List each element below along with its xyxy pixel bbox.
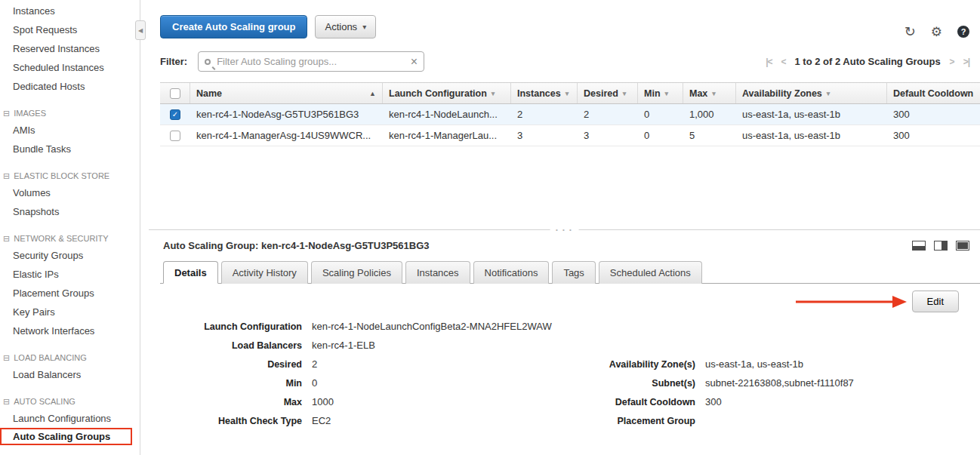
column-header-launch-configuration[interactable]: Launch Configuration ▾ [383,83,511,103]
first-page-icon[interactable]: |< [766,57,772,67]
column-label: Max [689,88,707,99]
sidebar-section-network-security[interactable]: ⊟ NETWORK & SECURITY [0,231,140,246]
table-row[interactable]: ken-rc4-1-ManagerAsg-14US9WWCR... ken-rc… [160,125,980,146]
column-label: Default Cooldown [893,88,973,99]
column-header-desired[interactable]: Desired ▾ [578,83,638,103]
column-header-instances[interactable]: Instances ▾ [511,83,578,103]
sidebar-item-network-interfaces[interactable]: Network Interfaces [0,321,140,340]
prev-page-icon[interactable]: < [781,57,786,67]
sidebar-item-reserved-instances[interactable]: Reserved Instances [0,39,140,58]
main-content: Create Auto Scaling group Actions ▾ ↻ ⚙ … [149,0,980,455]
sidebar-item-auto-scaling-groups[interactable]: Auto Scaling Groups [0,428,132,445]
sidebar-section-elastic-block-store[interactable]: ⊟ ELASTIC BLOCK STORE [0,168,140,183]
field-label: Max [160,397,302,407]
column-header-availability-zones[interactable]: Availability Zones ▾ [736,83,887,103]
sidebar-item-elastic-ips[interactable]: Elastic IPs [0,265,140,284]
row-checkbox[interactable] [170,131,180,141]
pane-resize-handle[interactable]: • • • [550,226,579,233]
sidebar-item-volumes[interactable]: Volumes [0,183,140,202]
actions-button-label: Actions [325,21,357,32]
field-row: Availability Zone(s) us-east-1a, us-east… [469,355,854,374]
sidebar-item-bundle-tasks[interactable]: Bundle Tasks [0,140,140,158]
tab-instances[interactable]: Instances [405,261,470,284]
sidebar-item-placement-groups[interactable]: Placement Groups [0,284,140,303]
row-select-cell [160,131,190,141]
column-header-default-cooldown[interactable]: Default Cooldown [887,83,980,103]
sidebar-item-spot-requests[interactable]: Spot Requests [0,20,140,39]
tab-scheduled-actions[interactable]: Scheduled Actions [599,261,702,284]
pagination: |< < 1 to 2 of 2 Auto Scaling Groups > >… [766,56,969,67]
sidebar-item-instances[interactable]: Instances [0,2,140,20]
sidebar-item-amis[interactable]: AMIs [0,121,140,140]
column-header-min[interactable]: Min ▾ [638,83,683,103]
sidebar-section-label: ELASTIC BLOCK STORE [14,168,109,183]
field-label: Min [160,378,302,389]
layout-full-pane-icon[interactable] [956,241,969,251]
sidebar-item-scheduled-instances[interactable]: Scheduled Instances [0,58,140,77]
sidebar-item-snapshots[interactable]: Snapshots [0,202,140,221]
sort-caret-icon: ▾ [492,90,495,97]
cell-availability-zones: us-east-1a, us-east-1b [736,130,887,141]
tab-scaling-policies[interactable]: Scaling Policies [311,261,402,284]
column-label: Name [196,88,222,99]
sidebar-item-key-pairs[interactable]: Key Pairs [0,303,140,321]
layout-right-pane-icon[interactable] [934,241,948,251]
table-row[interactable]: ✓ ken-rc4-1-NodeAsg-G5TU3P561BG3 ken-rc4… [160,104,980,125]
tab-details[interactable]: Details [163,261,218,284]
next-page-icon[interactable]: > [950,57,954,67]
column-header-name[interactable]: Name ▲ [190,83,383,103]
create-auto-scaling-group-button[interactable]: Create Auto Scaling group [160,15,307,38]
row-checkbox[interactable]: ✓ [170,109,180,120]
sidebar-item-launch-configurations[interactable]: Launch Configurations [0,409,140,428]
column-header-max[interactable]: Max ▾ [683,83,736,103]
sort-caret-icon: ▾ [665,90,669,97]
detail-fields: Launch Configuration ken-rc4-1-NodeLaunc… [160,314,980,430]
select-all-checkbox[interactable] [170,88,180,99]
sidebar-collapse-button[interactable]: ◀ [135,20,146,40]
field-value: ken-rc4-1-ELB [312,340,375,351]
sidebar-item-security-groups[interactable]: Security Groups [0,246,140,265]
filter-searchbox[interactable]: × [198,51,424,72]
layout-bottom-pane-icon[interactable] [912,241,926,251]
cell-launch-configuration: ken-rc4-1-ManagerLau... [383,130,511,141]
detail-panel: • • • Auto Scaling Group: ken-rc4-1-Node… [149,229,980,430]
field-row: Subnet(s) subnet-22163808,subnet-f1110f8… [469,374,854,392]
filter-input[interactable] [215,55,406,68]
sidebar-section-label: LOAD BALANCING [14,350,87,365]
toolbar: Create Auto Scaling group Actions ▾ ↻ ⚙ … [160,15,980,38]
help-icon[interactable]: ? [957,26,969,38]
collapse-section-icon: ⊟ [3,106,10,121]
annotation-arrow-icon [794,295,908,309]
field-value: EC2 [312,415,331,426]
sidebar-item-dedicated-hosts[interactable]: Dedicated Hosts [0,77,140,96]
gear-icon[interactable]: ⚙ [931,26,942,38]
tab-notifications[interactable]: Notifications [473,261,550,284]
detail-fields-right: Availability Zone(s) us-east-1a, us-east… [469,355,854,430]
clear-filter-icon[interactable]: × [411,56,418,68]
sidebar-item-load-balancers[interactable]: Load Balancers [0,365,140,384]
field-label: Default Cooldown [469,397,695,407]
cell-name: ken-rc4-1-ManagerAsg-14US9WWCR... [190,130,383,141]
asg-table: Name ▲ Launch Configuration ▾ Instances … [160,82,980,146]
sort-caret-icon: ▾ [712,90,716,97]
last-page-icon[interactable]: >| [963,57,969,67]
chevron-down-icon: ▾ [362,23,366,31]
actions-button[interactable]: Actions ▾ [315,15,376,38]
sidebar-section-load-balancing[interactable]: ⊟ LOAD BALANCING [0,350,140,365]
check-icon: ✓ [172,110,178,118]
field-label: Launch Configuration [160,321,302,332]
column-label: Min [644,88,661,99]
sidebar: Instances Spot Requests Reserved Instanc… [0,0,140,455]
field-label: Desired [160,359,302,370]
edit-button[interactable]: Edit [912,291,959,312]
tab-activity-history[interactable]: Activity History [221,261,308,284]
sidebar-section-images[interactable]: ⊟ IMAGES [0,106,140,121]
refresh-icon[interactable]: ↻ [904,25,916,38]
column-label: Desired [584,88,618,99]
field-row: Placement Group [469,411,854,430]
field-row: Launch Configuration ken-rc4-1-NodeLaunc… [160,317,980,336]
tab-tags[interactable]: Tags [552,261,595,284]
pane-layout-controls [912,241,969,251]
sidebar-section-auto-scaling[interactable]: ⊟ AUTO SCALING [0,394,140,409]
field-row: Load Balancers ken-rc4-1-ELB [160,336,980,355]
